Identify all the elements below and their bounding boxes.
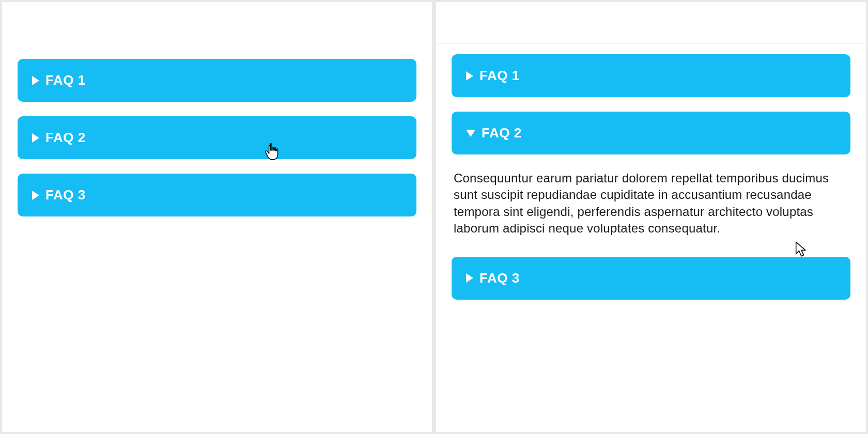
faq-body-2: Consequuntur earum pariatur dolorem repe… [452, 154, 850, 242]
triangle-right-icon [32, 76, 39, 85]
top-spacer [452, 7, 850, 43]
faq-item-3: FAQ 3 [452, 257, 850, 300]
top-spacer [18, 18, 416, 59]
split-container: FAQ 1 FAQ 2 FAQ 3 FA [0, 0, 868, 434]
triangle-right-icon [32, 191, 39, 200]
faq-label: FAQ 1 [479, 68, 520, 84]
faq-label: FAQ 1 [45, 72, 86, 88]
triangle-right-icon [32, 133, 39, 143]
pane-right: FAQ 1 FAQ 2 Consequuntur earum pariatur … [434, 0, 868, 434]
faq-header-1[interactable]: FAQ 1 [18, 59, 416, 102]
faq-header-1[interactable]: FAQ 1 [452, 54, 850, 97]
faq-header-2[interactable]: FAQ 2 [452, 112, 850, 154]
triangle-right-icon [466, 71, 473, 81]
faq-header-3[interactable]: FAQ 3 [18, 174, 416, 216]
arrow-pointer-icon [795, 241, 808, 257]
faq-label: FAQ 2 [45, 130, 86, 146]
faq-header-3[interactable]: FAQ 3 [452, 257, 850, 300]
faq-item-1: FAQ 1 [18, 59, 416, 102]
faq-item-1: FAQ 1 [452, 54, 850, 97]
top-divider [436, 43, 866, 44]
faq-label: FAQ 3 [45, 187, 86, 203]
faq-label: FAQ 3 [479, 270, 520, 286]
faq-item-2: FAQ 2 [18, 116, 416, 159]
triangle-down-icon [466, 130, 475, 137]
faq-header-2[interactable]: FAQ 2 [18, 116, 416, 159]
faq-item-2: FAQ 2 Consequuntur earum pariatur dolore… [452, 112, 850, 242]
pane-left: FAQ 1 FAQ 2 FAQ 3 [0, 0, 434, 434]
triangle-right-icon [466, 273, 473, 283]
faq-label: FAQ 2 [482, 125, 522, 141]
faq-item-3: FAQ 3 [18, 174, 416, 216]
